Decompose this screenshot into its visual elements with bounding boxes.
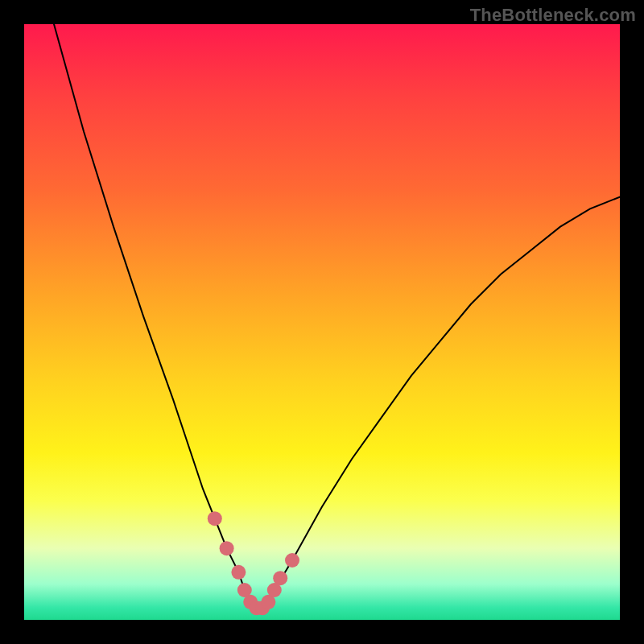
optimal-marker — [231, 565, 246, 580]
optimal-marker — [208, 511, 222, 526]
chart-frame: TheBottleneck.com — [0, 0, 644, 644]
optimal-marker — [220, 541, 234, 555]
optimal-marker — [273, 571, 287, 585]
bottleneck-curve — [54, 24, 620, 608]
optimal-marker — [285, 553, 299, 568]
curve-svg — [24, 24, 620, 620]
optimal-zone-markers — [208, 511, 299, 615]
watermark-text: TheBottleneck.com — [470, 5, 636, 26]
plot-area — [24, 24, 620, 620]
